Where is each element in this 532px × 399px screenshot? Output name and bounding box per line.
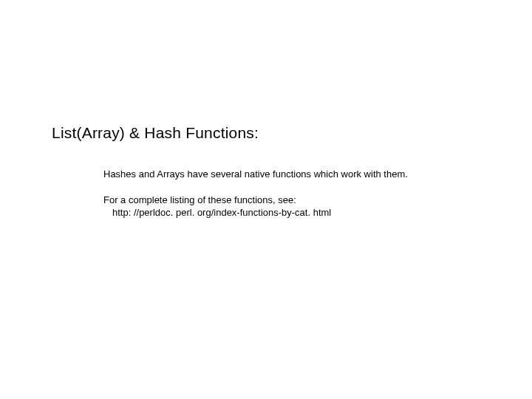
body-para2-line1: For a complete listing of these function… [103, 194, 488, 207]
body-para2-url: http: //perldoc. perl. org/index-functio… [103, 207, 488, 219]
slide-title: List(Array) & Hash Functions: [52, 124, 259, 142]
slide: List(Array) & Hash Functions: Hashes and… [0, 0, 532, 399]
slide-body: Hashes and Arrays have several native fu… [103, 168, 488, 219]
body-paragraph-1: Hashes and Arrays have several native fu… [103, 168, 488, 181]
body-paragraph-2: For a complete listing of these function… [103, 194, 488, 219]
